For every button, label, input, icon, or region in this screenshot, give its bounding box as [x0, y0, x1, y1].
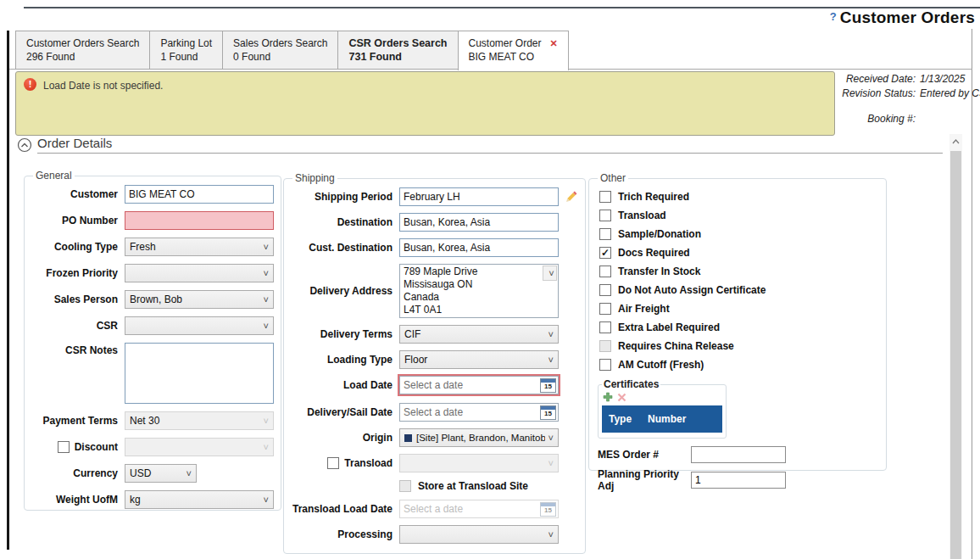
chevron-down-icon: [548, 530, 554, 539]
tab-customer-orders-search[interactable]: Customer Orders Search 296 Found: [15, 31, 150, 70]
delivery-address-combobox[interactable]: 789 Maple Drive Missisauga ON Canada L4T…: [399, 264, 559, 318]
add-certificate-icon[interactable]: [603, 392, 613, 402]
close-tab-icon[interactable]: ✕: [550, 38, 558, 48]
help-icon[interactable]: ?: [830, 10, 837, 23]
loading-type-label: Loading Type: [291, 354, 393, 366]
order-info-panel: Received Date: 1/13/2025 Revision Status…: [836, 73, 975, 125]
currency-label: Currency: [31, 467, 118, 479]
sales-person-select[interactable]: Brown, Bob: [125, 290, 274, 309]
shipping-period-input[interactable]: [399, 187, 559, 206]
requires-china-release-checkbox: [599, 340, 611, 352]
calendar-icon[interactable]: 15: [540, 378, 556, 393]
currency-select[interactable]: USD: [125, 464, 197, 483]
edit-pencil-icon[interactable]: [564, 190, 578, 204]
mes-order-input[interactable]: [691, 446, 786, 463]
general-group: General Customer PO Number Cooling Type …: [24, 170, 281, 511]
csr-label: CSR: [31, 320, 118, 332]
cust-destination-label: Cust. Destination: [291, 242, 393, 254]
chevron-down-icon: [264, 416, 269, 426]
planning-priority-adj-input[interactable]: [691, 472, 786, 489]
address-dropdown-button[interactable]: [543, 266, 557, 281]
window-left-border: [7, 31, 9, 550]
certificates-legend: Certificates: [602, 378, 660, 390]
collapse-section-icon[interactable]: [17, 137, 32, 153]
weight-uofm-select[interactable]: kg: [125, 490, 274, 509]
store-at-transload-checkbox: [399, 480, 411, 492]
customer-label: Customer: [31, 188, 118, 200]
page-title: Customer Orders: [840, 8, 975, 27]
load-date-picker[interactable]: Select a date 15: [399, 376, 559, 394]
po-number-input[interactable]: [125, 211, 274, 230]
general-group-legend: General: [33, 170, 75, 182]
chevron-down-icon: [548, 433, 554, 443]
chevron-down-icon: [548, 355, 554, 365]
cooling-type-select[interactable]: Fresh: [125, 238, 274, 256]
tab-strip: Customer Orders Search 296 Found Parking…: [15, 31, 569, 70]
certificates-type-column-header[interactable]: Type: [609, 413, 639, 425]
scrollbar-thumb[interactable]: [950, 151, 961, 559]
csr-notes-label: CSR Notes: [31, 344, 118, 356]
am-cutoff-fresh-checkbox[interactable]: [599, 359, 611, 371]
delivery-terms-select[interactable]: CIF: [399, 325, 559, 344]
received-date-value: 1/13/2025: [920, 73, 980, 85]
chevron-down-icon: [548, 459, 554, 468]
chevron-down-icon: [264, 269, 269, 278]
validation-message: Load Date is not specified.: [43, 80, 163, 92]
docs-required-checkbox[interactable]: [599, 247, 611, 259]
tab-sales-orders-search[interactable]: Sales Orders Search 0 Found: [222, 31, 338, 70]
load-date-label: Load Date: [291, 379, 393, 391]
scroll-up-button[interactable]: [949, 134, 962, 149]
customer-input[interactable]: [125, 185, 274, 204]
booking-number-label: Booking #:: [836, 113, 916, 125]
csr-notes-textarea[interactable]: [125, 343, 274, 404]
discount-checkbox[interactable]: [58, 441, 70, 453]
order-details-title: Order Details: [37, 136, 112, 150]
weight-uofm-label: Weight UofM: [31, 494, 118, 506]
destination-input[interactable]: [399, 213, 559, 232]
cust-destination-input[interactable]: [399, 238, 559, 257]
vertical-scrollbar[interactable]: [949, 134, 962, 559]
store-at-transload-label: Store at Transload Site: [418, 480, 528, 492]
tab-csr-orders-search[interactable]: CSR Orders Search 731 Found: [337, 31, 458, 70]
delete-certificate-icon[interactable]: [617, 393, 626, 402]
cooling-type-label: Cooling Type: [31, 241, 118, 253]
transload-checkbox[interactable]: [327, 457, 339, 469]
frozen-priority-select[interactable]: [125, 264, 274, 282]
revision-status-value: Entered by CSR: [920, 87, 980, 99]
do-not-auto-assign-certificate-checkbox[interactable]: [599, 284, 611, 296]
transfer-in-stock-checkbox[interactable]: [599, 266, 611, 277]
tab-customer-order[interactable]: Customer Order✕ BIG MEAT CO: [458, 31, 569, 70]
chevron-down-icon: [187, 469, 192, 478]
discount-select: [125, 438, 274, 456]
delivery-sail-date-picker[interactable]: Select a date 15: [399, 403, 559, 422]
chevron-down-icon: [264, 243, 269, 252]
chevron-down-icon: [264, 495, 269, 505]
tab-parking-lot[interactable]: Parking Lot 1 Found: [149, 31, 223, 70]
site-square-icon: [404, 434, 412, 442]
certificates-table-header: Type Number: [602, 405, 722, 433]
payment-terms-select: Net 30: [125, 411, 274, 430]
calendar-icon[interactable]: 15: [540, 405, 556, 420]
certificates-number-column-header[interactable]: Number: [648, 413, 686, 425]
validation-banner: Load Date is not specified.: [15, 71, 835, 136]
chevron-down-icon: [264, 295, 269, 305]
origin-select[interactable]: [Site] Plant, Brandon, Manitoba,: [399, 428, 559, 447]
transload-other-checkbox[interactable]: [599, 210, 611, 221]
processing-select[interactable]: [399, 525, 559, 544]
page-title-bar: ? Customer Orders: [830, 8, 975, 27]
transload-select: [399, 454, 559, 472]
certificates-group: Certificates Type Number: [598, 378, 727, 439]
payment-terms-label: Payment Terms: [31, 415, 118, 427]
extra-label-required-checkbox[interactable]: [599, 321, 611, 333]
loading-type-select[interactable]: Floor: [399, 350, 559, 369]
order-details-header: Order Details: [17, 136, 943, 154]
received-date-label: Received Date:: [836, 73, 916, 85]
csr-select[interactable]: [125, 316, 274, 335]
trich-required-checkbox[interactable]: [599, 191, 611, 203]
air-freight-checkbox[interactable]: [599, 303, 611, 315]
revision-status-label: Revision Status:: [836, 87, 916, 99]
processing-label: Processing: [291, 528, 393, 540]
discount-label: Discount: [75, 441, 118, 453]
chevron-down-icon: [548, 330, 554, 339]
sample-donation-checkbox[interactable]: [599, 228, 611, 240]
